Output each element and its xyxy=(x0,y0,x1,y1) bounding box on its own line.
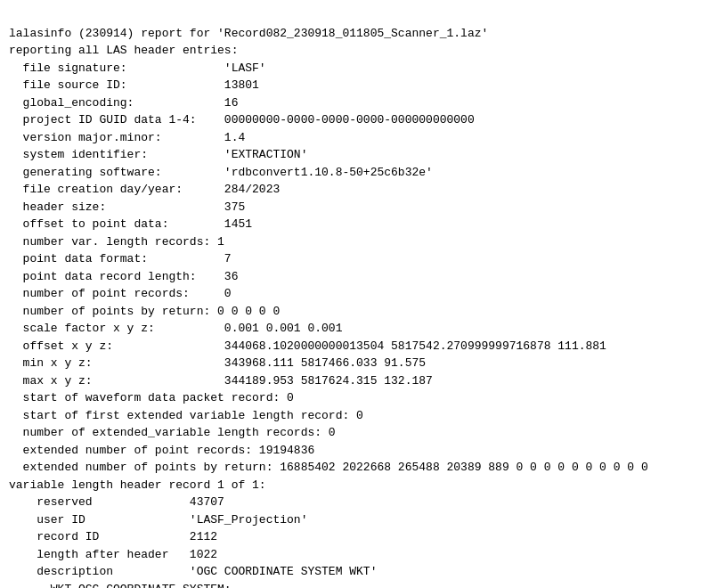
terminal-line-10: header size: 375 xyxy=(9,199,715,216)
terminal-line-25: extended number of points by return: 168… xyxy=(9,459,715,477)
terminal-line-23: number of extended_variable length recor… xyxy=(9,424,715,442)
terminal-line-16: number of points by return: 0 0 0 0 0 xyxy=(9,303,715,321)
terminal-line-18: offset x y z: 344068.1020000000013504 58… xyxy=(9,338,715,355)
terminal-line-11: offset to point data: 1451 xyxy=(9,216,715,233)
terminal-line-29: record ID 2112 xyxy=(9,528,715,546)
terminal-line-17: scale factor x y z: 0.001 0.001 0.001 xyxy=(9,320,715,338)
terminal-line-19: min x y z: 343968.111 5817466.033 91.575 xyxy=(9,355,715,372)
terminal-line-31: description 'OGC COORDINATE SYSTEM WKT' xyxy=(9,563,715,581)
terminal-line-26: variable length header record 1 of 1: xyxy=(9,477,715,494)
terminal-line-28: user ID 'LASF_Projection' xyxy=(9,511,715,529)
terminal-line-8: generating software: 'rdbconvert1.10.8-5… xyxy=(9,164,715,182)
terminal-output: lalasinfo (230914) report for 'Record082… xyxy=(9,7,715,588)
terminal-line-13: point data format: 7 xyxy=(9,250,715,268)
terminal-line-6: version major.minor: 1.4 xyxy=(9,129,715,147)
terminal-line-22: start of first extended variable length … xyxy=(9,407,715,425)
terminal-line-27: reserved 43707 xyxy=(9,494,715,511)
terminal-line-7: system identifier: 'EXTRACTION' xyxy=(9,146,715,164)
terminal-line-9: file creation day/year: 284/2023 xyxy=(9,181,715,199)
terminal-line-1: reporting all LAS header entries: xyxy=(9,42,715,60)
terminal-line-3: file source ID: 13801 xyxy=(9,77,715,94)
terminal-line-14: point data record length: 36 xyxy=(9,268,715,286)
terminal-line-5: project ID GUID data 1-4: 00000000-0000-… xyxy=(9,111,715,129)
terminal-line-32: WKT OGC COORDINATE SYSTEM: xyxy=(9,581,715,589)
terminal-line-15: number of point records: 0 xyxy=(9,285,715,303)
terminal-line-20: max x y z: 344189.953 5817624.315 132.18… xyxy=(9,372,715,390)
terminal-line-0: lalasinfo (230914) report for 'Record082… xyxy=(9,25,715,43)
terminal-line-12: number var. length records: 1 xyxy=(9,233,715,251)
terminal-line-24: extended number of point records: 191948… xyxy=(9,442,715,460)
terminal-line-30: length after header 1022 xyxy=(9,546,715,564)
terminal-line-2: file signature: 'LASF' xyxy=(9,60,715,78)
terminal-line-21: start of waveform data packet record: 0 xyxy=(9,389,715,407)
terminal-line-4: global_encoding: 16 xyxy=(9,94,715,112)
